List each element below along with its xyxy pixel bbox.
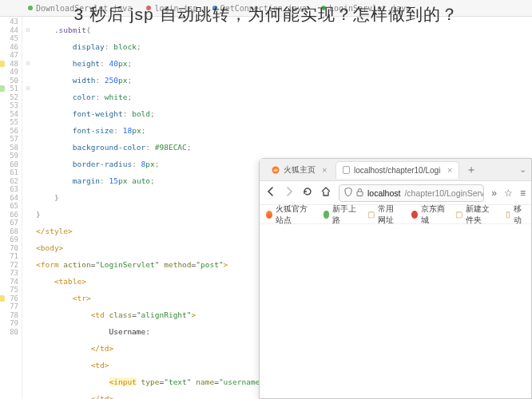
bookmarks-bar: 火狐官方站点 新手上路 ▢常用网址 京东商城 ▢新建文件夹 ▯移动 — [260, 205, 531, 224]
firefox-icon — [266, 211, 272, 219]
lock-icon — [356, 188, 363, 198]
url-host: localhost — [367, 188, 400, 198]
forward-button[interactable] — [284, 186, 295, 200]
bookmark-overflow[interactable]: ▯移动 — [506, 203, 525, 226]
browser-tab-label: 火狐主页 — [284, 164, 316, 176]
reload-button[interactable] — [302, 186, 313, 200]
close-icon[interactable]: × — [447, 165, 452, 175]
back-button[interactable] — [265, 186, 276, 200]
url-path: /chapter10/LoginServlet — [404, 188, 484, 198]
bookmark-star-icon[interactable]: ☆ — [504, 188, 513, 199]
bookmark-item[interactable]: ▢常用网址 — [367, 203, 402, 226]
browser-tab-page[interactable]: localhost/chapter10/LoginServ × — [335, 161, 459, 179]
menu-button[interactable]: ≡ — [520, 188, 526, 199]
browser-viewport[interactable] — [260, 224, 531, 398]
line-number-gutter: 4344454647 484950 515253 5455565758 5960… — [0, 17, 22, 399]
site-icon — [324, 211, 330, 219]
shield-icon — [344, 188, 352, 198]
new-tab-button[interactable]: ＋ — [461, 161, 482, 179]
browser-toolbar: localhost/chapter10/LoginServlet » ☆ ≡ — [260, 181, 531, 205]
browser-tabbar: 火狐主页 × localhost/chapter10/LoginServ × ＋… — [260, 159, 531, 181]
browser-window: 火狐主页 × localhost/chapter10/LoginServ × ＋… — [259, 158, 532, 399]
folder-icon: ▢ — [367, 210, 375, 219]
firefox-icon — [272, 166, 280, 174]
browser-tab-label: localhost/chapter10/LoginServ — [354, 166, 441, 175]
home-button[interactable] — [320, 186, 332, 200]
page-icon — [343, 166, 349, 174]
site-icon — [411, 211, 418, 219]
bookmark-item[interactable]: 火狐官方站点 — [266, 203, 314, 226]
browser-tab-home[interactable]: 火狐主页 × — [264, 161, 334, 179]
tabs-dropdown-icon[interactable]: ⌄ — [519, 164, 526, 175]
bookmark-item[interactable]: 新手上路 — [324, 203, 358, 226]
page-question-title: 3 秒后 jsp 自动跳转，为何能实现？怎样做到的？ — [0, 0, 532, 26]
mobile-icon: ▯ — [506, 210, 510, 219]
folder-icon: ▢ — [455, 210, 463, 219]
svg-rect-1 — [357, 192, 363, 196]
bookmark-item[interactable]: ▢新建文件夹 — [455, 203, 496, 226]
bookmark-item[interactable]: 京东商城 — [411, 203, 446, 226]
close-icon[interactable]: × — [322, 165, 327, 175]
url-bar[interactable]: localhost/chapter10/LoginServlet — [339, 184, 484, 202]
extensions-button[interactable]: » — [491, 188, 497, 199]
fold-gutter: ⊟ ⊟⊟ — [22, 17, 34, 399]
